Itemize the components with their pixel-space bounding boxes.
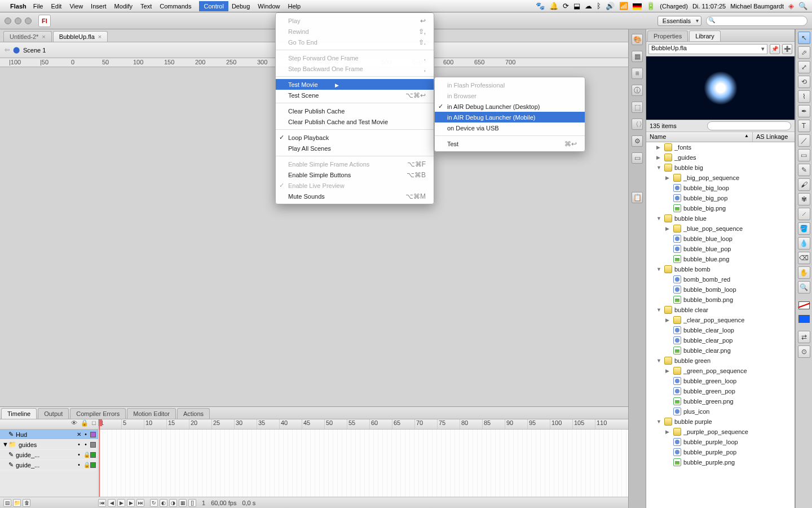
- line-tool-icon[interactable]: ／: [798, 134, 810, 147]
- library-item[interactable]: ▼bubble blue: [646, 213, 795, 224]
- library-item[interactable]: bubble_clear.png: [646, 345, 795, 356]
- playhead[interactable]: [99, 419, 100, 497]
- menubar-help[interactable]: Help: [288, 3, 301, 10]
- library-item[interactable]: ▶_guides: [646, 152, 795, 163]
- library-document-select[interactable]: BubbleUp.fla: [648, 44, 767, 54]
- edit-multiple-icon[interactable]: ▦: [179, 499, 187, 507]
- deco-tool-icon[interactable]: ✾: [798, 193, 810, 205]
- library-item[interactable]: bubble_bomb.png: [646, 295, 795, 305]
- text-tool-icon[interactable]: T: [798, 120, 810, 132]
- fill-color-swatch[interactable]: [798, 315, 810, 323]
- menu-item[interactable]: Clear Publish Cache: [276, 106, 434, 116]
- free-transform-tool-icon[interactable]: ⤢: [798, 61, 810, 73]
- new-library-icon[interactable]: ➕: [782, 44, 792, 54]
- onion-outline-icon[interactable]: ◑: [169, 499, 177, 507]
- bone-tool-icon[interactable]: ⟋: [798, 208, 810, 220]
- align-panel-icon[interactable]: ≡: [632, 68, 643, 79]
- menu-item[interactable]: Test⌘↩: [435, 138, 585, 149]
- swap-colors-icon[interactable]: ⇄: [798, 331, 810, 343]
- library-tree[interactable]: ▶_fonts▶_guides▼bubble big▶_big_pop_sequ…: [646, 142, 795, 508]
- lasso-tool-icon[interactable]: ⌇: [798, 90, 810, 103]
- menubar-app-name[interactable]: Flash: [10, 3, 27, 10]
- traffic-lights[interactable]: [5, 17, 32, 24]
- help-search-input[interactable]: [706, 16, 807, 26]
- library-item[interactable]: bubble_purple_pop: [646, 447, 795, 457]
- spotlight-icon[interactable]: 🔍: [798, 2, 807, 10]
- library-item[interactable]: bomb_bomb_red: [646, 274, 795, 284]
- document-tab[interactable]: BubbleUp.fla ×: [53, 31, 108, 42]
- layer-row[interactable]: ▼📁guides••: [0, 440, 98, 450]
- menubar-user[interactable]: Michael Baumgardt: [730, 3, 784, 10]
- back-icon[interactable]: ⇦: [5, 46, 10, 54]
- panel-tab-properties[interactable]: Properties: [647, 30, 688, 41]
- sync-icon[interactable]: ⟳: [563, 2, 569, 10]
- first-frame-icon[interactable]: ⏮: [98, 499, 106, 507]
- menubar-text[interactable]: Text: [140, 3, 152, 10]
- menubar-commands[interactable]: Commands: [160, 3, 191, 10]
- littlesnitch-icon[interactable]: ◈: [788, 2, 794, 10]
- bottom-tab[interactable]: Actions: [177, 408, 210, 419]
- marker-icon[interactable]: []: [188, 499, 196, 507]
- library-item[interactable]: ▶_big_pop_sequence: [646, 173, 795, 183]
- library-item[interactable]: bubble_bomb_loop: [646, 284, 795, 295]
- lock-icon[interactable]: 🔒: [81, 419, 89, 429]
- library-search-input[interactable]: [707, 121, 791, 130]
- snap-icon[interactable]: ⊙: [798, 345, 810, 358]
- volume-icon[interactable]: 🔊: [606, 2, 615, 10]
- bottom-tab[interactable]: Motion Editor: [127, 408, 176, 419]
- paint-bucket-tool-icon[interactable]: 🪣: [798, 222, 810, 235]
- document-tab[interactable]: Untitled-2* ×: [3, 31, 52, 42]
- swatches-panel-icon[interactable]: ▦: [632, 51, 643, 62]
- delete-layer-icon[interactable]: 🗑: [23, 499, 30, 507]
- frames-area[interactable]: 1510152025303540455055606570758085909510…: [99, 419, 646, 497]
- pen-tool-icon[interactable]: ✒: [798, 105, 810, 117]
- menubar-file[interactable]: File: [33, 3, 43, 10]
- last-frame-icon[interactable]: ⏭: [136, 499, 144, 507]
- menu-item[interactable]: Test Scene⌥⌘↩: [276, 90, 434, 100]
- menu-item[interactable]: Test Movie: [276, 79, 434, 90]
- onion-skin-icon[interactable]: ◐: [160, 499, 167, 507]
- library-item[interactable]: ▼bubble purple: [646, 417, 795, 427]
- menu-item[interactable]: Enable Simple Buttons⌥⌘B: [276, 169, 434, 180]
- library-item[interactable]: bubble_green_loop: [646, 376, 795, 386]
- menubar-modify[interactable]: Modify: [114, 3, 133, 10]
- play-icon[interactable]: ▶: [117, 499, 125, 507]
- selection-tool-icon[interactable]: ↖: [798, 32, 810, 44]
- scene-name[interactable]: Scene 1: [23, 47, 46, 54]
- subselection-tool-icon[interactable]: ⬀: [798, 46, 810, 59]
- eyedropper-tool-icon[interactable]: 💧: [798, 237, 810, 249]
- library-item[interactable]: bubble_clear_pop: [646, 335, 795, 345]
- library-item[interactable]: bubble_purple_loop: [646, 437, 795, 447]
- menu-item[interactable]: in AIR Debug Launcher (Mobile): [435, 112, 585, 122]
- new-folder-icon[interactable]: 📁: [13, 499, 21, 507]
- color-panel-icon[interactable]: 🎨: [632, 34, 643, 45]
- brush-tool-icon[interactable]: 🖌: [798, 178, 810, 191]
- pin-library-icon[interactable]: 📌: [770, 44, 780, 54]
- library-item[interactable]: ▶_green_pop_sequence: [646, 366, 795, 376]
- zoom-tool-icon[interactable]: 🔍: [798, 281, 810, 294]
- menubar-view[interactable]: View: [69, 3, 83, 10]
- library-item[interactable]: ▼bubble green: [646, 356, 795, 366]
- menubar-edit[interactable]: Edit: [51, 3, 61, 10]
- bottom-tab[interactable]: Output: [38, 408, 69, 419]
- close-icon[interactable]: ×: [42, 33, 45, 40]
- library-item[interactable]: bubble_green_pop: [646, 386, 795, 396]
- library-item[interactable]: bubble_big_loop: [646, 183, 795, 193]
- library-item[interactable]: bubble_blue_loop: [646, 234, 795, 244]
- menubar-window[interactable]: Window: [258, 3, 280, 10]
- library-item[interactable]: bubble_purple.png: [646, 457, 795, 467]
- menubar-debug[interactable]: Debug: [232, 3, 250, 10]
- library-item[interactable]: plus_icon: [646, 406, 795, 417]
- menubar-control[interactable]: Control: [199, 1, 228, 11]
- components-panel-icon[interactable]: ⚙: [632, 135, 643, 147]
- layer-row[interactable]: ✎guide_...•🔒: [0, 460, 98, 470]
- prev-frame-icon[interactable]: ◀: [108, 499, 116, 507]
- library-item[interactable]: bubble_green.png: [646, 396, 795, 406]
- layer-row[interactable]: ✎guide_...•🔒: [0, 450, 98, 460]
- new-layer-icon[interactable]: ▤: [3, 499, 11, 507]
- bluetooth-icon[interactable]: ᛒ: [597, 2, 601, 10]
- cloud-icon[interactable]: ☁: [585, 2, 592, 10]
- library-item[interactable]: bubble_blue.png: [646, 254, 795, 264]
- menu-item[interactable]: Mute Sounds⌥⌘M: [276, 191, 434, 202]
- library-item[interactable]: ▼bubble big: [646, 163, 795, 173]
